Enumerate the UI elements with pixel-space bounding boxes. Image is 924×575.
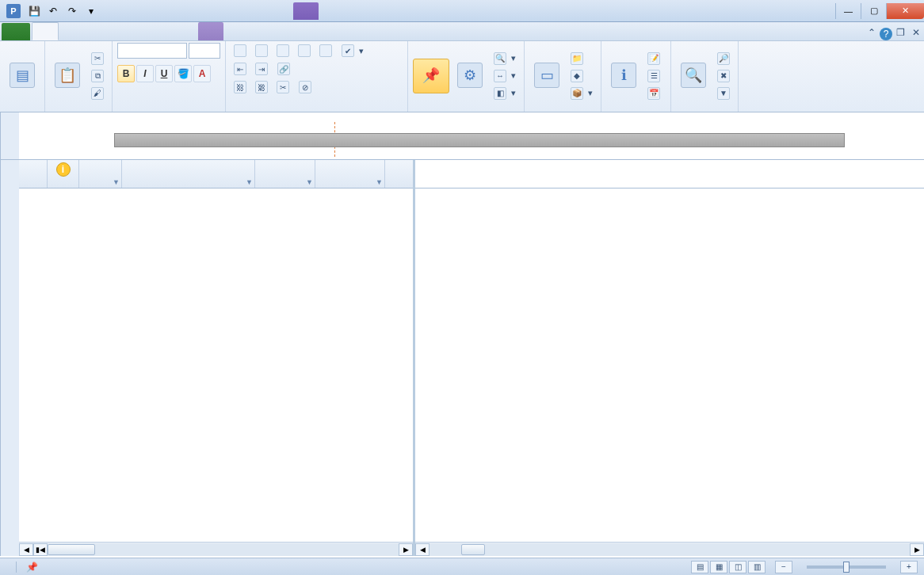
chevron-down-icon[interactable]: ▼: [376, 178, 383, 186]
tab-project[interactable]: [84, 22, 109, 40]
paste-button[interactable]: 📋: [50, 59, 85, 93]
auto-schedule-button[interactable]: ⚙: [452, 59, 487, 93]
chevron-down-icon[interactable]: ▼: [113, 178, 120, 186]
app-logo[interactable]: P: [6, 4, 21, 18]
milestone-button[interactable]: ◆: [567, 68, 596, 84]
view-gantt-button[interactable]: ▤: [691, 561, 708, 573]
indent-button[interactable]: ⇥: [252, 61, 271, 77]
unchain-icon: ⛓̸: [255, 81, 268, 93]
unlink-tasks-button[interactable]: ⛓̸: [252, 79, 271, 95]
information-button[interactable]: ℹ: [606, 59, 641, 93]
close-button[interactable]: ✕: [886, 3, 924, 19]
timeline-sidebar-label[interactable]: [0, 112, 19, 159]
tab-resource[interactable]: [59, 22, 84, 40]
gantt-chart-button[interactable]: ▤: [5, 59, 40, 93]
zoom-slider[interactable]: [807, 565, 886, 569]
inspect-button[interactable]: 🔍 ▾: [491, 51, 519, 67]
pct-75-button[interactable]: [295, 43, 314, 59]
outdent-button[interactable]: ⇤: [231, 61, 250, 77]
scroll-right-button[interactable]: ▶: [399, 543, 413, 556]
pct-100-button[interactable]: [316, 43, 335, 59]
header-info[interactable]: i: [48, 160, 79, 188]
header-mode[interactable]: ▼: [79, 160, 122, 188]
clear-button[interactable]: ✖: [714, 68, 733, 84]
fill-button[interactable]: ▼: [714, 86, 733, 101]
undo-icon[interactable]: ↶: [44, 2, 62, 20]
view-team-button[interactable]: ◫: [729, 561, 746, 573]
save-icon[interactable]: 💾: [25, 2, 43, 20]
header-rownum[interactable]: [19, 160, 48, 188]
chart-scroll-thumb[interactable]: [461, 544, 485, 555]
add-to-timeline-button[interactable]: 📅: [644, 86, 666, 101]
chart-body[interactable]: [415, 188, 924, 556]
scroll-to-task-button[interactable]: 🔍: [676, 59, 711, 93]
restore-window-icon[interactable]: ❐: [892, 25, 908, 40]
notes-button[interactable]: 📝: [644, 51, 666, 67]
scroll-first-button[interactable]: ▮◀: [33, 543, 48, 556]
timeline-panel: [0, 112, 924, 160]
gantt-sidebar-label[interactable]: [0, 160, 19, 556]
minimize-button[interactable]: —: [835, 3, 861, 19]
zoom-thumb[interactable]: [843, 562, 850, 573]
font-family-select[interactable]: [117, 43, 187, 59]
scroll-left-button[interactable]: ◀: [19, 543, 33, 556]
info-icon: ℹ: [611, 63, 636, 88]
scroll-track[interactable]: [48, 543, 399, 556]
details-icon: ☰: [647, 70, 660, 82]
font-size-select[interactable]: [189, 43, 220, 59]
pct-25-button[interactable]: [252, 43, 271, 59]
timeline-body[interactable]: [19, 112, 924, 159]
format-painter-button[interactable]: 🖌: [88, 86, 107, 101]
header-start[interactable]: ▼: [315, 160, 385, 188]
pct-50-button[interactable]: [273, 43, 292, 59]
zoom-in-button[interactable]: +: [900, 561, 918, 573]
fill-color-button[interactable]: 🪣: [174, 65, 192, 82]
qat-more-icon[interactable]: ▾: [82, 2, 100, 20]
cut-button[interactable]: ✂: [88, 51, 107, 67]
respect-links-button[interactable]: 🔗: [274, 61, 296, 77]
timeline-bar[interactable]: [114, 133, 845, 147]
pct-0-button[interactable]: [231, 43, 250, 59]
deliverable-button[interactable]: 📦 ▾: [567, 86, 596, 101]
chart-scroll-right-button[interactable]: ▶: [910, 543, 924, 556]
chevron-down-icon[interactable]: ▼: [306, 178, 313, 186]
help-icon[interactable]: ?: [880, 28, 892, 40]
font-color-button[interactable]: A: [193, 65, 211, 82]
task-button[interactable]: ▭: [529, 59, 564, 93]
tab-task[interactable]: [32, 22, 59, 40]
zoom-out-button[interactable]: −: [775, 561, 792, 573]
copy-button[interactable]: ⧉: [88, 68, 107, 84]
header-name[interactable]: ▼: [122, 160, 255, 188]
minimize-ribbon-icon[interactable]: ⌃: [864, 25, 880, 40]
redo-icon[interactable]: ↷: [63, 2, 81, 20]
tab-file[interactable]: [2, 23, 30, 40]
tab-format[interactable]: [198, 22, 223, 40]
summary-button[interactable]: 📁: [567, 51, 596, 67]
details-button[interactable]: ☰: [644, 68, 666, 84]
grid-hscroll[interactable]: ◀ ▮◀ ▶: [19, 542, 413, 556]
mark-on-track-button[interactable]: ✔ ▾: [338, 43, 367, 59]
view-resource-button[interactable]: ▥: [748, 561, 766, 573]
find-button[interactable]: 🔎: [714, 51, 733, 67]
maximize-button[interactable]: ▢: [861, 3, 886, 19]
move-button[interactable]: ↔ ▾: [491, 68, 519, 84]
italic-button[interactable]: I: [136, 65, 154, 82]
bold-button[interactable]: B: [117, 65, 135, 82]
tab-addins[interactable]: [135, 22, 160, 40]
inactivate-button[interactable]: ⊘: [296, 79, 317, 95]
chart-scroll-track[interactable]: [430, 543, 910, 556]
grid-body[interactable]: [19, 188, 413, 542]
chevron-down-icon[interactable]: ▼: [246, 178, 253, 186]
underline-button[interactable]: U: [155, 65, 173, 82]
chart-hscroll[interactable]: ◀ ▶: [415, 542, 924, 556]
split-task-button[interactable]: ✂: [273, 79, 292, 95]
view-task-button[interactable]: ▦: [710, 561, 727, 573]
header-duration[interactable]: ▼: [255, 160, 315, 188]
tab-view[interactable]: [109, 22, 135, 40]
scroll-thumb[interactable]: [48, 544, 95, 555]
link-tasks-button[interactable]: ⛓: [231, 79, 250, 95]
mode-button[interactable]: ◧ ▾: [491, 86, 519, 101]
chart-scroll-left-button[interactable]: ◀: [415, 543, 430, 556]
manually-schedule-button[interactable]: 📌: [413, 59, 449, 93]
close-subwindow-icon[interactable]: ✕: [908, 25, 924, 40]
